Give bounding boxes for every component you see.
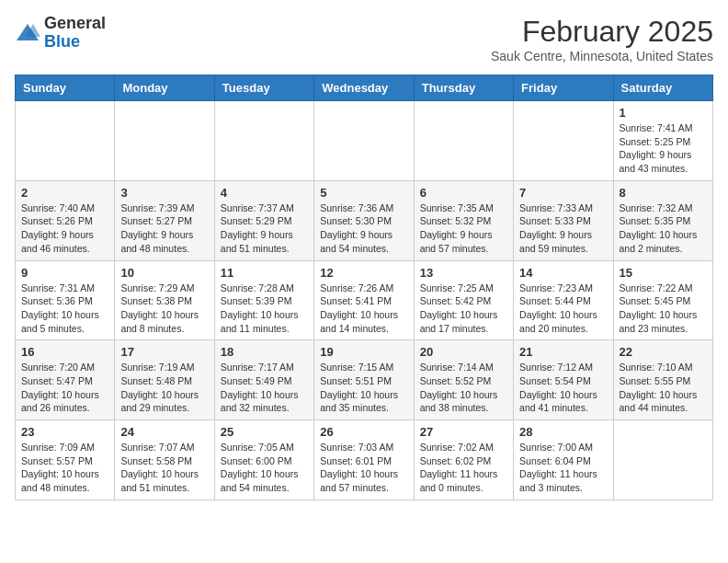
calendar-cell bbox=[16, 101, 115, 181]
calendar-cell: 6Sunrise: 7:35 AM Sunset: 5:32 PM Daylig… bbox=[414, 180, 513, 260]
calendar-cell: 13Sunrise: 7:25 AM Sunset: 5:42 PM Dayli… bbox=[414, 260, 513, 340]
title-block: February 2025 Sauk Centre, Minnesota, Un… bbox=[491, 15, 713, 63]
day-info: Sunrise: 7:41 AM Sunset: 5:25 PM Dayligh… bbox=[620, 121, 707, 176]
day-number: 20 bbox=[420, 345, 507, 359]
logo-blue-text: Blue bbox=[44, 32, 80, 51]
day-info: Sunrise: 7:26 AM Sunset: 5:41 PM Dayligh… bbox=[320, 282, 407, 336]
calendar-cell: 10Sunrise: 7:29 AM Sunset: 5:38 PM Dayli… bbox=[115, 260, 214, 340]
day-info: Sunrise: 7:28 AM Sunset: 5:39 PM Dayligh… bbox=[221, 282, 308, 336]
calendar-cell: 21Sunrise: 7:12 AM Sunset: 5:54 PM Dayli… bbox=[514, 340, 613, 420]
calendar-cell bbox=[214, 101, 313, 181]
day-info: Sunrise: 7:02 AM Sunset: 6:02 PM Dayligh… bbox=[420, 441, 507, 495]
day-info: Sunrise: 7:20 AM Sunset: 5:47 PM Dayligh… bbox=[21, 361, 108, 415]
calendar-cell: 14Sunrise: 7:23 AM Sunset: 5:44 PM Dayli… bbox=[514, 260, 613, 340]
calendar-cell: 4Sunrise: 7:37 AM Sunset: 5:29 PM Daylig… bbox=[214, 180, 313, 260]
calendar-cell bbox=[514, 101, 613, 181]
day-info: Sunrise: 7:12 AM Sunset: 5:54 PM Dayligh… bbox=[519, 361, 607, 415]
calendar-cell: 15Sunrise: 7:22 AM Sunset: 5:45 PM Dayli… bbox=[613, 260, 712, 340]
weekday-header-saturday: Saturday bbox=[613, 75, 712, 101]
logo: General Blue bbox=[15, 15, 106, 52]
day-info: Sunrise: 7:40 AM Sunset: 5:26 PM Dayligh… bbox=[21, 201, 108, 256]
location-title: Sauk Centre, Minnesota, United States bbox=[491, 49, 713, 63]
calendar-cell: 12Sunrise: 7:26 AM Sunset: 5:41 PM Dayli… bbox=[314, 260, 414, 340]
day-number: 21 bbox=[519, 345, 607, 359]
day-info: Sunrise: 7:14 AM Sunset: 5:52 PM Dayligh… bbox=[420, 361, 507, 415]
calendar-cell: 19Sunrise: 7:15 AM Sunset: 5:51 PM Dayli… bbox=[314, 340, 414, 420]
calendar-cell: 7Sunrise: 7:33 AM Sunset: 5:33 PM Daylig… bbox=[514, 180, 613, 260]
weekday-header-wednesday: Wednesday bbox=[314, 75, 414, 101]
calendar-cell bbox=[115, 101, 214, 181]
calendar-cell bbox=[314, 101, 414, 181]
day-number: 17 bbox=[120, 345, 208, 359]
day-number: 10 bbox=[120, 266, 208, 280]
day-info: Sunrise: 7:05 AM Sunset: 6:00 PM Dayligh… bbox=[221, 441, 308, 495]
day-number: 18 bbox=[221, 345, 308, 359]
calendar-cell: 17Sunrise: 7:19 AM Sunset: 5:48 PM Dayli… bbox=[115, 340, 214, 420]
weekday-header-tuesday: Tuesday bbox=[214, 75, 313, 101]
day-number: 8 bbox=[620, 186, 707, 200]
day-number: 16 bbox=[21, 345, 108, 359]
day-number: 5 bbox=[320, 186, 407, 200]
calendar-cell bbox=[414, 101, 513, 181]
day-info: Sunrise: 7:39 AM Sunset: 5:27 PM Dayligh… bbox=[120, 201, 208, 256]
calendar-cell: 20Sunrise: 7:14 AM Sunset: 5:52 PM Dayli… bbox=[414, 340, 513, 420]
day-info: Sunrise: 7:29 AM Sunset: 5:38 PM Dayligh… bbox=[120, 282, 208, 336]
day-info: Sunrise: 7:09 AM Sunset: 5:57 PM Dayligh… bbox=[21, 441, 108, 495]
calendar-cell: 11Sunrise: 7:28 AM Sunset: 5:39 PM Dayli… bbox=[214, 260, 313, 340]
day-info: Sunrise: 7:35 AM Sunset: 5:32 PM Dayligh… bbox=[420, 201, 507, 256]
logo-icon bbox=[15, 20, 40, 46]
day-number: 19 bbox=[320, 345, 407, 359]
calendar-week-5: 23Sunrise: 7:09 AM Sunset: 5:57 PM Dayli… bbox=[16, 420, 713, 500]
day-number: 26 bbox=[320, 425, 407, 439]
calendar-cell: 16Sunrise: 7:20 AM Sunset: 5:47 PM Dayli… bbox=[16, 340, 115, 420]
weekday-header-row: SundayMondayTuesdayWednesdayThursdayFrid… bbox=[16, 75, 713, 101]
month-title: February 2025 bbox=[491, 15, 713, 49]
logo-general-text: General bbox=[44, 14, 106, 32]
weekday-header-monday: Monday bbox=[115, 75, 214, 101]
day-info: Sunrise: 7:10 AM Sunset: 5:55 PM Dayligh… bbox=[620, 361, 707, 415]
day-number: 14 bbox=[519, 266, 607, 280]
calendar-cell: 24Sunrise: 7:07 AM Sunset: 5:58 PM Dayli… bbox=[115, 420, 214, 500]
day-number: 3 bbox=[120, 186, 208, 200]
day-number: 2 bbox=[21, 186, 108, 200]
day-number: 15 bbox=[620, 266, 707, 280]
day-number: 12 bbox=[320, 266, 407, 280]
calendar-week-3: 9Sunrise: 7:31 AM Sunset: 5:36 PM Daylig… bbox=[16, 260, 713, 340]
calendar-week-4: 16Sunrise: 7:20 AM Sunset: 5:47 PM Dayli… bbox=[16, 340, 713, 420]
day-info: Sunrise: 7:33 AM Sunset: 5:33 PM Dayligh… bbox=[519, 201, 607, 256]
day-number: 27 bbox=[420, 425, 507, 439]
day-number: 23 bbox=[21, 425, 108, 439]
calendar-cell: 1Sunrise: 7:41 AM Sunset: 5:25 PM Daylig… bbox=[613, 101, 712, 181]
calendar-cell: 22Sunrise: 7:10 AM Sunset: 5:55 PM Dayli… bbox=[613, 340, 712, 420]
weekday-header-friday: Friday bbox=[514, 75, 613, 101]
day-number: 22 bbox=[620, 345, 707, 359]
weekday-header-sunday: Sunday bbox=[16, 75, 115, 101]
calendar-cell bbox=[613, 420, 712, 500]
calendar-table: SundayMondayTuesdayWednesdayThursdayFrid… bbox=[15, 75, 713, 500]
day-info: Sunrise: 7:25 AM Sunset: 5:42 PM Dayligh… bbox=[420, 282, 507, 336]
weekday-header-thursday: Thursday bbox=[414, 75, 513, 101]
calendar-cell: 23Sunrise: 7:09 AM Sunset: 5:57 PM Dayli… bbox=[16, 420, 115, 500]
calendar-cell: 2Sunrise: 7:40 AM Sunset: 5:26 PM Daylig… bbox=[16, 180, 115, 260]
day-info: Sunrise: 7:32 AM Sunset: 5:35 PM Dayligh… bbox=[620, 201, 707, 256]
day-number: 28 bbox=[519, 425, 607, 439]
day-info: Sunrise: 7:15 AM Sunset: 5:51 PM Dayligh… bbox=[320, 361, 407, 415]
calendar-cell: 5Sunrise: 7:36 AM Sunset: 5:30 PM Daylig… bbox=[314, 180, 414, 260]
calendar-week-2: 2Sunrise: 7:40 AM Sunset: 5:26 PM Daylig… bbox=[16, 180, 713, 260]
calendar-cell: 26Sunrise: 7:03 AM Sunset: 6:01 PM Dayli… bbox=[314, 420, 414, 500]
calendar-week-1: 1Sunrise: 7:41 AM Sunset: 5:25 PM Daylig… bbox=[16, 101, 713, 181]
day-info: Sunrise: 7:37 AM Sunset: 5:29 PM Dayligh… bbox=[221, 201, 308, 256]
day-number: 1 bbox=[620, 106, 707, 120]
day-info: Sunrise: 7:22 AM Sunset: 5:45 PM Dayligh… bbox=[620, 282, 707, 336]
calendar-cell: 3Sunrise: 7:39 AM Sunset: 5:27 PM Daylig… bbox=[115, 180, 214, 260]
day-number: 7 bbox=[519, 186, 607, 200]
calendar-cell: 9Sunrise: 7:31 AM Sunset: 5:36 PM Daylig… bbox=[16, 260, 115, 340]
day-number: 25 bbox=[221, 425, 308, 439]
calendar-cell: 28Sunrise: 7:00 AM Sunset: 6:04 PM Dayli… bbox=[514, 420, 613, 500]
day-info: Sunrise: 7:23 AM Sunset: 5:44 PM Dayligh… bbox=[519, 282, 607, 336]
day-number: 24 bbox=[120, 425, 208, 439]
day-info: Sunrise: 7:07 AM Sunset: 5:58 PM Dayligh… bbox=[120, 441, 208, 495]
day-number: 11 bbox=[221, 266, 308, 280]
day-info: Sunrise: 7:17 AM Sunset: 5:49 PM Dayligh… bbox=[221, 361, 308, 415]
day-number: 6 bbox=[420, 186, 507, 200]
